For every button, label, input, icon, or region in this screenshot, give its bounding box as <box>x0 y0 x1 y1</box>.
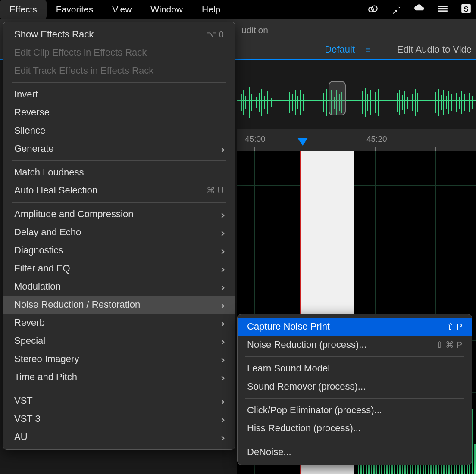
svg-rect-50 <box>415 89 416 116</box>
svg-rect-42 <box>378 89 379 116</box>
svg-rect-64 <box>467 90 467 115</box>
menu-favorites[interactable]: Favorites <box>47 0 103 19</box>
waveform-preview[interactable] <box>237 81 476 124</box>
svg-rect-21 <box>289 92 290 113</box>
menu-shortcut: ⌘ U <box>207 185 224 196</box>
menu-item-label: Match Loudness <box>14 167 84 178</box>
svg-rect-7 <box>237 100 476 101</box>
svg-rect-61 <box>459 97 460 109</box>
svg-rect-24 <box>295 90 296 115</box>
svg-rect-52 <box>435 92 436 113</box>
pin-icon[interactable] <box>391 3 402 16</box>
menu-item-delay-and-echo[interactable]: Delay and Echo <box>3 223 235 241</box>
svg-rect-12 <box>249 87 250 118</box>
ruler-label-1: 45:20 <box>366 134 387 144</box>
menu-item-vst-3[interactable]: VST 3 <box>3 410 235 428</box>
svg-rect-23 <box>292 94 293 111</box>
menu-item-label: Reverse <box>14 107 50 118</box>
svg-rect-70 <box>366 465 367 474</box>
workspace-edit-audio[interactable]: Edit Audio to Vide <box>397 44 472 55</box>
svg-rect-39 <box>370 90 371 115</box>
submenu-item-label: Hiss Reduction (process)... <box>247 423 361 434</box>
svg-rect-3 <box>438 8 448 9</box>
svg-rect-28 <box>323 93 324 112</box>
menu-item-noise-reduction-restoration[interactable]: Noise Reduction / Restoration <box>3 296 235 314</box>
app-title: udition <box>241 25 268 35</box>
svg-rect-26 <box>300 90 301 115</box>
menu-item-edit-clip-effects-in-effects-rack: Edit Clip Effects in Effects Rack <box>3 44 235 62</box>
submenu-item-capture-noise-print[interactable]: Capture Noise Print⇧ P <box>238 318 472 336</box>
menu-view[interactable]: View <box>103 0 141 19</box>
chevron-right-icon <box>220 299 224 310</box>
chevron-right-icon <box>220 395 224 406</box>
creative-cloud-icon[interactable] <box>367 3 379 16</box>
menu-help[interactable]: Help <box>192 0 230 19</box>
menu-item-silence[interactable]: Silence <box>3 122 235 140</box>
menu-item-generate[interactable]: Generate <box>3 140 235 158</box>
menu-item-time-and-pitch[interactable]: Time and Pitch <box>3 368 235 386</box>
ruler-label-0: 45:00 <box>245 134 266 144</box>
submenu-item-hiss-reduction-process-[interactable]: Hiss Reduction (process)... <box>238 419 472 437</box>
submenu-item-noise-reduction-process-[interactable]: Noise Reduction (process)...⇧ ⌘ P <box>238 336 472 354</box>
menu-item-au[interactable]: AU <box>3 428 235 446</box>
svg-rect-22 <box>291 87 291 118</box>
submenu-item-click-pop-eliminator-process-[interactable]: Click/Pop Eliminator (process)... <box>238 401 472 419</box>
menu-item-special[interactable]: Special <box>3 332 235 350</box>
menu-item-label: Time and Pitch <box>14 371 77 383</box>
svg-rect-17 <box>261 89 262 116</box>
menu-item-vst[interactable]: VST <box>3 392 235 410</box>
cloud-icon[interactable] <box>414 3 425 16</box>
chevron-right-icon <box>220 227 224 238</box>
s-badge-icon[interactable]: S <box>460 3 472 16</box>
menu-item-diagnostics[interactable]: Diagnostics <box>3 241 235 259</box>
svg-rect-11 <box>247 92 247 113</box>
svg-rect-9 <box>243 90 244 115</box>
svg-rect-38 <box>367 94 368 111</box>
menu-window[interactable]: Window <box>141 0 192 19</box>
submenu-shortcut: ⇧ ⌘ P <box>436 340 462 350</box>
menu-item-reverse[interactable]: Reverse <box>3 103 235 122</box>
workspace-menu-icon[interactable]: ≡ <box>365 47 370 52</box>
chevron-right-icon <box>220 371 224 383</box>
workspace-default-label[interactable]: Default <box>325 44 355 55</box>
menu-item-edit-track-effects-in-effects-rack: Edit Track Effects in Effects Rack <box>3 62 235 80</box>
timeline-ruler[interactable]: 45:00 45:20 <box>237 129 476 151</box>
menu-item-amplitude-and-compression[interactable]: Amplitude and Compression <box>3 205 235 223</box>
menu-item-show-effects-rack[interactable]: Show Effects Rack⌥ 0 <box>3 25 235 44</box>
effects-dropdown: Show Effects Rack⌥ 0Edit Clip Effects in… <box>3 22 235 450</box>
menu-item-auto-heal-selection[interactable]: Auto Heal Selection⌘ U <box>3 181 235 200</box>
striped-icon[interactable] <box>437 3 448 16</box>
menu-effects[interactable]: Effects <box>0 0 47 19</box>
submenu-item-label: Learn Sound Model <box>247 363 330 374</box>
chevron-right-icon <box>220 245 224 256</box>
svg-rect-55 <box>443 90 444 115</box>
svg-rect-2 <box>438 6 448 7</box>
chevron-right-icon <box>220 281 224 292</box>
chevron-right-icon <box>220 335 224 346</box>
svg-rect-54 <box>441 95 442 110</box>
svg-text:S: S <box>463 5 469 13</box>
menu-item-label: VST 3 <box>14 413 41 424</box>
submenu-item-learn-sound-model[interactable]: Learn Sound Model <box>238 359 472 377</box>
menu-item-modulation[interactable]: Modulation <box>3 278 235 296</box>
preview-playhead-region[interactable] <box>329 81 346 115</box>
svg-rect-29 <box>326 89 327 116</box>
svg-rect-20 <box>271 98 272 107</box>
menu-item-match-loudness[interactable]: Match Loudness <box>3 163 235 181</box>
noise-reduction-submenu: Capture Noise Print⇧ PNoise Reduction (p… <box>237 314 472 465</box>
menu-item-label: Invert <box>14 89 38 100</box>
svg-rect-37 <box>365 88 366 117</box>
menu-item-label: Diagnostics <box>14 245 63 256</box>
svg-rect-65 <box>469 93 470 112</box>
menu-item-stereo-imagery[interactable]: Stereo Imagery <box>3 350 235 368</box>
submenu-item-denoise-[interactable]: DeNoise... <box>238 443 472 461</box>
submenu-item-sound-remover-process-[interactable]: Sound Remover (process)... <box>238 377 472 396</box>
svg-rect-14 <box>254 90 254 115</box>
menu-item-filter-and-eq[interactable]: Filter and EQ <box>3 259 235 278</box>
playhead-marker[interactable] <box>298 138 308 146</box>
chevron-right-icon <box>220 353 224 365</box>
menu-item-reverb[interactable]: Reverb <box>3 314 235 332</box>
svg-rect-16 <box>259 93 260 112</box>
menu-item-invert[interactable]: Invert <box>3 85 235 103</box>
menu-item-label: Reverb <box>14 317 45 328</box>
